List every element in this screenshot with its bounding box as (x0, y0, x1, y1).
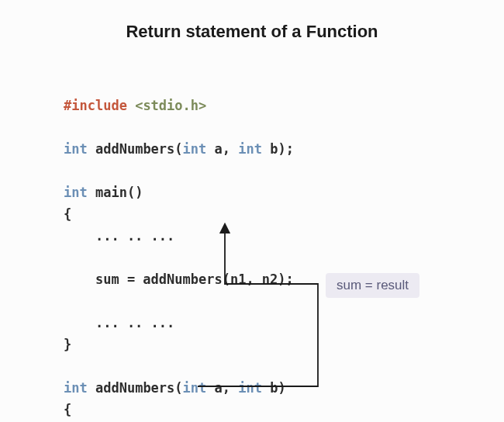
token-type: int (64, 141, 88, 157)
token-function: addNumbers( (95, 380, 183, 396)
code-example: #include <stdio.h> int addNumbers(int a,… (64, 73, 294, 422)
token-header: <stdio.h> (135, 98, 206, 113)
token-param: b); (262, 141, 294, 157)
token-type: int (64, 185, 88, 200)
token-type: int (238, 380, 262, 396)
token-function: addNumbers( (95, 141, 183, 157)
token-param: a, (206, 141, 238, 157)
token-preprocessor: #include (64, 98, 127, 113)
token-ellipsis: ... .. ... (64, 228, 174, 244)
token-function: main() (95, 185, 143, 200)
token-type: int (238, 141, 262, 157)
token-brace: { (64, 402, 71, 417)
token-ellipsis: ... .. ... (64, 315, 174, 330)
token-param: a, (206, 380, 238, 396)
annotation-label: sum = result (326, 273, 419, 298)
token-param: b) (262, 380, 286, 396)
token-brace: { (64, 206, 71, 222)
token-type: int (183, 380, 207, 396)
token-type: int (64, 380, 88, 396)
page-title: Return statement of a Function (0, 0, 504, 42)
token-type: int (183, 141, 207, 157)
token-call: sum = addNumbers(n1, n2); (64, 272, 294, 287)
token-brace: } (64, 337, 71, 352)
